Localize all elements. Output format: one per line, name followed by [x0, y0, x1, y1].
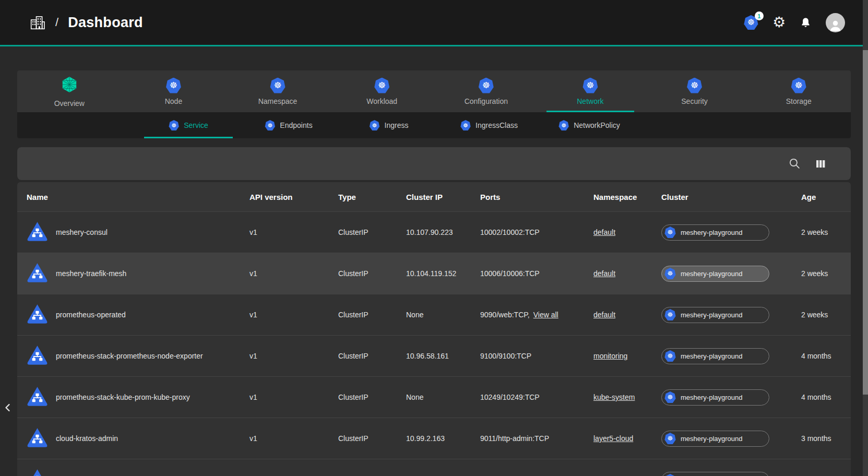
ports-value: 9100/9100:TCP — [480, 352, 531, 360]
cluster-chip-label: meshery-playground — [681, 270, 743, 278]
namespace-link[interactable]: monitoring — [593, 352, 627, 360]
type-cell: ClusterIP — [338, 352, 406, 360]
tab-node[interactable]: ☸Node — [122, 70, 226, 112]
name-cell: cloud-kratos-admin — [17, 426, 249, 450]
tab-namespace[interactable]: ☸Namespace — [225, 70, 330, 112]
subtab-networkpolicy[interactable]: ☸NetworkPolicy — [539, 112, 639, 138]
app-header: / Dashboard ☸ 1 ⚙ — [0, 0, 868, 46]
namespace-link[interactable]: default — [593, 228, 615, 236]
cluster-chip[interactable]: ☸meshery-playground — [661, 389, 769, 406]
api-version-cell: v1 — [249, 352, 338, 360]
name-cell: meshery-consul — [17, 220, 249, 244]
table-row[interactable]: cloud-kratos-adminv1ClusterIP10.99.2.163… — [17, 418, 851, 459]
page-scrollbar — [863, 0, 868, 476]
kubernetes-icon: ☸ — [664, 350, 676, 362]
cluster-chip[interactable]: ☸meshery-playground — [661, 431, 769, 447]
cluster-chip[interactable]: ☸meshery-playground — [661, 224, 769, 241]
kubernetes-icon: ☸ — [664, 227, 676, 238]
namespace-link[interactable]: kube-system — [593, 393, 635, 401]
tab-workload[interactable]: ☸Workload — [330, 70, 434, 112]
namespace-link[interactable]: default — [593, 269, 615, 278]
ports-value: 9011/http-admin:TCP — [480, 434, 549, 443]
service-icon — [26, 261, 49, 285]
service-icon — [26, 385, 49, 409]
cluster-chip[interactable]: ☸meshery-playground — [661, 348, 769, 364]
kubernetes-icon: ☸ — [165, 78, 181, 93]
kubernetes-icon: ☸ — [664, 268, 676, 279]
namespace-cell: default — [593, 311, 661, 319]
search-icon[interactable] — [788, 157, 801, 170]
subtab-service[interactable]: ☸Service — [138, 112, 239, 138]
ports-cell: 10002/10002:TCP — [480, 228, 593, 236]
view-columns-icon[interactable] — [814, 158, 827, 170]
building-icon[interactable] — [29, 14, 46, 31]
kubernetes-icon: ☸ — [270, 78, 286, 93]
kubernetes-icon: ☸ — [169, 120, 179, 130]
breadcrumb: / Dashboard — [29, 14, 143, 31]
namespace-cell: default — [593, 269, 661, 278]
subtab-ingress[interactable]: ☸Ingress — [339, 112, 439, 138]
cluster-chip[interactable]: ☸meshery-playground — [661, 307, 769, 323]
cluster-chip-label: meshery-playground — [681, 229, 743, 236]
view-all-link[interactable]: View all — [533, 311, 558, 319]
subtab-label: IngressClass — [475, 121, 518, 129]
kubernetes-icon: ☸ — [664, 474, 676, 476]
cluster-ip-cell: None — [406, 393, 480, 401]
age-cell: 4 months — [801, 352, 851, 360]
cluster-ip-cell: 10.104.119.152 — [406, 269, 480, 278]
ports-cell: 10249/10249:TCP — [480, 393, 593, 401]
cluster-chip[interactable]: ☸meshery-playground — [661, 472, 769, 476]
column-header-api-version[interactable]: API version — [249, 193, 338, 201]
user-avatar[interactable] — [826, 13, 845, 32]
cluster-chip-label: meshery-playground — [681, 435, 743, 443]
name-cell: prometheus-stack-prometheus-node-exporte… — [17, 344, 249, 368]
type-cell: ClusterIP — [338, 393, 406, 401]
namespace-link[interactable]: default — [593, 311, 615, 319]
type-cell: ClusterIP — [338, 269, 406, 278]
name-cell: meshery-traefik-mesh — [17, 261, 249, 285]
service-name: meshery-consul — [56, 228, 108, 236]
tab-storage[interactable]: ☸Storage — [746, 70, 851, 112]
scrollbar-thumb[interactable] — [863, 50, 868, 395]
kubernetes-icon: ☸ — [460, 120, 471, 130]
cluster-cell: ☸meshery-playground — [661, 224, 801, 241]
chevron-left-icon — [2, 400, 15, 415]
collapse-drawer-button[interactable] — [1, 399, 16, 418]
kubernetes-icon: ☸ — [558, 120, 569, 130]
ports-cell: 9011/http-admin:TCP — [480, 434, 593, 443]
tab-network[interactable]: ☸Network — [538, 70, 643, 112]
service-name: meshery-traefik-mesh — [56, 269, 126, 278]
bell-icon[interactable] — [800, 17, 812, 29]
ports-cell: 9100/9100:TCP — [480, 352, 593, 360]
subtab-endpoints[interactable]: ☸Endpoints — [239, 112, 339, 138]
column-header-cluster[interactable]: Cluster — [661, 193, 801, 201]
table-row[interactable]: meshery-traefik-meshv1ClusterIP10.104.11… — [17, 253, 851, 294]
table-row[interactable]: prometheus-operatedv1ClusterIPNone9090/w… — [17, 294, 851, 335]
tab-configuration[interactable]: ☸Configuration — [434, 70, 539, 112]
cluster-chip[interactable]: ☸meshery-playground — [661, 266, 769, 282]
table-row[interactable]: prometheus-stack-kube-prom-kube-proxyv1C… — [17, 376, 851, 418]
cluster-cell: ☸meshery-playground — [661, 472, 801, 476]
tab-security[interactable]: ☸Security — [643, 70, 747, 112]
api-version-cell: v1 — [249, 393, 338, 401]
column-header-ports[interactable]: Ports — [480, 193, 593, 201]
service-icon — [26, 344, 49, 368]
namespace-link[interactable]: layer5-cloud — [593, 434, 633, 443]
column-header-namespace[interactable]: Namespace — [593, 193, 661, 201]
dashboard-content: Overview☸Node☸Namespace☸Workload☸Configu… — [0, 46, 868, 476]
column-header-age[interactable]: Age — [801, 193, 851, 201]
table-row[interactable]: meshery-consulv1ClusterIP10.107.90.22310… — [17, 211, 851, 253]
kubernetes-context-icon[interactable]: ☸ 1 — [744, 15, 758, 30]
gear-icon[interactable]: ⚙ — [772, 15, 786, 30]
column-header-type[interactable]: Type — [338, 193, 406, 201]
table-row[interactable]: meshery☸meshery-playground — [17, 459, 851, 476]
tab-overview[interactable]: Overview — [17, 70, 122, 112]
table-row[interactable]: prometheus-stack-prometheus-node-exporte… — [17, 335, 851, 376]
kubernetes-icon: ☸ — [791, 78, 806, 93]
tab-label: Workload — [366, 97, 397, 105]
subtab-ingressclass[interactable]: ☸IngressClass — [439, 112, 539, 138]
ports-cell: 9090/web:TCP,View all — [480, 311, 593, 319]
column-header-name[interactable]: Name — [17, 193, 249, 201]
column-header-cluster-ip[interactable]: Cluster IP — [406, 193, 480, 201]
age-cell: 2 weeks — [801, 269, 851, 278]
